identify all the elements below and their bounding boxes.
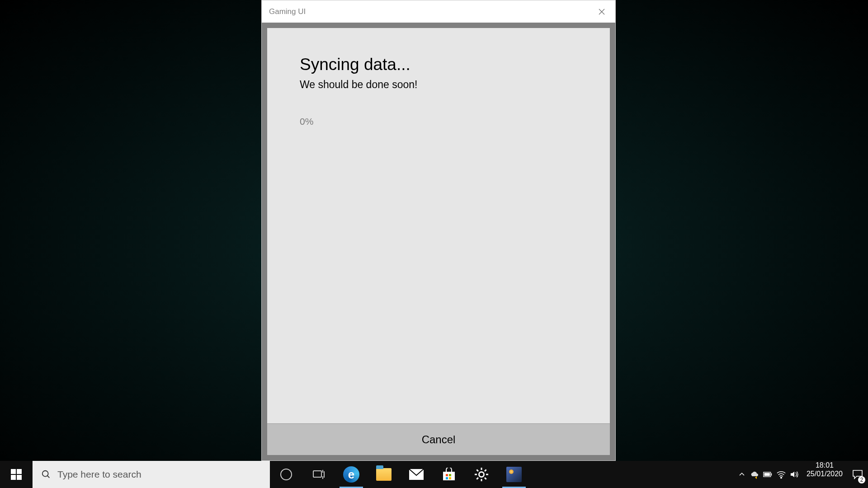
store-button[interactable] [433,461,465,488]
svg-marker-27 [791,472,794,478]
close-button[interactable] [588,0,615,23]
sync-dialog: Gaming UI Syncing data... We should be d… [261,0,616,461]
task-view-button[interactable] [302,461,335,488]
gaming-ui-app-button[interactable] [498,461,530,488]
svg-rect-18 [484,469,487,472]
svg-point-26 [781,477,782,479]
svg-point-2 [42,471,48,477]
file-explorer-icon [376,468,392,481]
notification-badge: 2 [858,476,865,483]
svg-rect-13 [449,477,451,479]
svg-rect-24 [764,473,770,476]
dialog-heading: Syncing data... [300,55,577,74]
file-explorer-button[interactable] [368,461,400,488]
gear-icon [474,467,489,482]
volume-tray-icon[interactable] [790,470,799,479]
dialog-client: Syncing data... We should be done soon! … [262,23,615,460]
search-icon [41,469,51,479]
task-view-icon [313,469,325,479]
svg-rect-25 [771,474,772,476]
svg-rect-16 [475,474,477,475]
clock-date: 25/01/2020 [807,469,843,478]
cancel-button[interactable]: Cancel [267,423,610,455]
system-tray [734,461,802,488]
mail-button[interactable] [400,461,433,488]
dialog-title: Gaming UI [269,7,306,16]
mail-icon [409,469,424,480]
taskbar-pinned [270,461,530,488]
edge-icon [343,466,359,483]
wifi-tray-icon[interactable] [777,470,786,479]
dialog-subtext: We should be done soon! [300,79,577,91]
svg-rect-21 [484,477,487,480]
taskbar: Type here to search [0,461,868,488]
svg-rect-15 [481,479,482,481]
dialog-progress: 0% [300,116,577,127]
battery-tray-icon[interactable] [763,470,772,479]
close-icon [599,9,605,15]
onedrive-tray-icon[interactable] [750,470,759,479]
action-center-button[interactable]: 2 [847,461,868,488]
clock-time: 18:01 [807,461,843,469]
taskbar-clock[interactable]: 18:01 25/01/2020 [802,461,847,488]
dialog-titlebar[interactable]: Gaming UI [262,0,615,23]
cancel-button-label: Cancel [422,433,456,446]
search-box[interactable]: Type here to search [33,461,270,488]
svg-rect-14 [481,468,482,470]
svg-rect-11 [449,474,451,476]
svg-rect-17 [486,474,488,475]
settings-button[interactable] [465,461,498,488]
start-button[interactable] [0,461,33,488]
cortana-button[interactable] [270,461,302,488]
svg-rect-10 [446,474,448,476]
gaming-ui-app-icon [506,467,522,482]
svg-rect-20 [476,469,479,472]
svg-rect-4 [313,471,321,477]
svg-rect-12 [446,477,448,479]
edge-button[interactable] [335,461,368,488]
svg-line-3 [47,476,50,478]
svg-rect-19 [476,477,479,480]
tray-overflow-button[interactable] [739,471,745,478]
search-placeholder: Type here to search [57,469,142,480]
store-icon [442,468,456,481]
dialog-body: Syncing data... We should be done soon! … [267,28,610,423]
svg-marker-22 [755,476,757,479]
cortana-icon [280,469,292,480]
windows-logo-icon [11,469,22,480]
